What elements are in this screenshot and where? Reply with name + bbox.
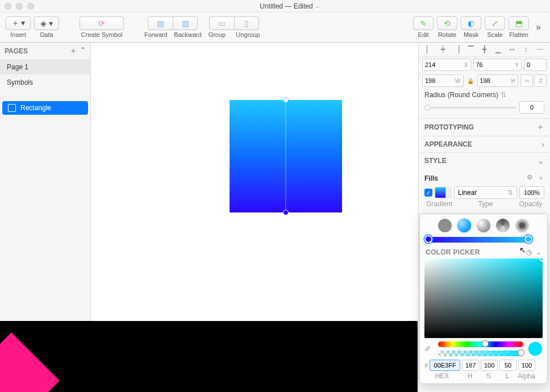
flip-vertical-icon[interactable]: ⇵ — [534, 74, 547, 87]
layer-rectangle-label: Rectangle — [20, 104, 51, 112]
rotate-button[interactable]: ⟲ — [437, 16, 457, 30]
gradient-start-handle[interactable] — [283, 97, 289, 103]
ungroup-label: Ungroup — [236, 31, 260, 38]
page-item-page1[interactable]: Page 1 — [0, 59, 90, 74]
group-label: Group — [209, 31, 226, 38]
ungroup-button[interactable]: ▯ — [234, 16, 259, 30]
radius-stepper-icon[interactable]: ⇅ — [501, 91, 506, 99]
color-preview — [528, 341, 543, 356]
hex-input[interactable] — [430, 360, 460, 371]
alpha-slider[interactable] — [438, 351, 523, 356]
layer-item-rectangle[interactable]: Rectangle — [2, 101, 88, 115]
add-fill-icon[interactable]: ＋ — [538, 173, 544, 183]
fill-type-angular-icon[interactable] — [496, 219, 510, 232]
style-section[interactable]: STYLE⌄ — [419, 152, 550, 169]
x-field[interactable]: X — [422, 59, 471, 71]
fill-type-select[interactable]: Linear⇅ — [454, 186, 517, 199]
prototyping-section[interactable]: PROTOTYPING＋ — [419, 118, 550, 136]
flip-horizontal-icon[interactable]: ⇋ — [520, 74, 533, 87]
page-item-symbols[interactable]: Symbols — [0, 74, 90, 90]
canvas-rectangle[interactable] — [230, 100, 342, 212]
lightness-input[interactable] — [499, 360, 516, 371]
edit-label: Edit — [418, 31, 429, 38]
insert-button[interactable]: ＋ ▾ — [6, 16, 31, 30]
hue-handle[interactable] — [482, 340, 489, 347]
appearance-section[interactable]: APPEARANCE› — [419, 136, 550, 152]
mask-label: Mask — [464, 31, 478, 38]
align-more-icon[interactable]: ⋯ — [535, 45, 544, 54]
fill-opacity-input[interactable] — [519, 186, 544, 199]
fill-type-value: Linear — [458, 189, 477, 197]
fills-settings-icon[interactable]: ⚙ — [527, 173, 533, 183]
title-bar: Untitled — Edited ⌄ — [0, 0, 550, 12]
create-symbol-button[interactable]: ⟳ — [80, 16, 124, 30]
fill-type-image-icon[interactable] — [515, 219, 529, 232]
window-title: Untitled — Edited ⌄ — [34, 2, 545, 10]
y-suffix: Y — [512, 62, 521, 68]
data-button[interactable]: ◈ ▾ — [34, 16, 59, 30]
h-input[interactable] — [478, 77, 509, 84]
flatten-label: Flatten — [509, 31, 528, 38]
x-input[interactable] — [423, 61, 462, 68]
scale-button[interactable]: ⤢ — [485, 16, 505, 30]
fill-type-linear-icon[interactable] — [457, 219, 471, 232]
align-distribute-v-icon[interactable]: ↕ — [521, 45, 530, 54]
radius-slider[interactable] — [424, 107, 516, 109]
align-left-icon[interactable]: ▏ — [424, 45, 434, 54]
radius-input[interactable] — [519, 101, 544, 114]
picker-chevron-icon[interactable]: ⌄ — [536, 248, 541, 256]
toolbar: ＋ ▾ Insert ◈ ▾ Data ⟳ Create Symbol ▤ ▥ … — [0, 12, 550, 43]
y-field[interactable]: Y — [473, 59, 522, 71]
gradient-bar[interactable] — [427, 237, 530, 243]
close-window-icon[interactable] — [5, 3, 11, 10]
lock-aspect-icon[interactable]: 🔒 — [466, 78, 475, 84]
align-distribute-h-icon[interactable]: ⇿ — [507, 45, 516, 54]
w-field[interactable]: W — [422, 74, 464, 87]
collapse-pages-icon[interactable]: ⌃ — [80, 46, 86, 56]
rotation-input[interactable] — [524, 61, 546, 68]
eyedropper-icon[interactable]: ✐ — [424, 344, 434, 353]
a-col-label: Alpha — [518, 372, 535, 380]
edit-button[interactable]: ✎ — [413, 16, 434, 30]
hue-input[interactable] — [462, 360, 479, 371]
align-center-h-icon[interactable]: ┿ — [438, 45, 447, 54]
add-page-icon[interactable]: ＋ — [70, 46, 77, 56]
mask-button[interactable]: ◐ — [461, 16, 481, 30]
align-top-icon[interactable]: ▔ — [466, 45, 475, 54]
align-bottom-icon[interactable]: ▁ — [494, 45, 503, 54]
group-button[interactable]: ▭ — [209, 16, 234, 30]
align-right-icon[interactable]: ▕ — [452, 45, 461, 54]
align-center-v-icon[interactable]: ╋ — [480, 45, 489, 54]
gradient-stop-start[interactable] — [424, 235, 432, 243]
pages-label: PAGES — [5, 47, 28, 55]
saturation-value-box[interactable] — [424, 258, 543, 338]
y-input[interactable] — [474, 61, 513, 68]
color-picker-label: COLOR PICKER — [426, 248, 480, 256]
minimize-window-icon[interactable] — [16, 3, 23, 10]
forward-button[interactable]: ▤ — [148, 16, 173, 30]
recent-colors-icon[interactable]: ◷ — [526, 248, 532, 256]
backward-button[interactable]: ▥ — [173, 16, 198, 30]
w-input[interactable] — [423, 77, 453, 84]
appearance-label: APPEARANCE — [424, 140, 472, 148]
hue-slider[interactable] — [438, 341, 523, 347]
fill-type-solid-icon[interactable] — [438, 219, 452, 232]
saturation-input[interactable] — [481, 360, 498, 371]
gradient-end-handle[interactable] — [283, 210, 289, 215]
radius-slider-knob[interactable] — [424, 105, 431, 111]
title-chevron-icon[interactable]: ⌄ — [315, 3, 320, 9]
alpha-handle[interactable] — [518, 349, 524, 356]
forward-label: Forward — [144, 31, 167, 38]
alpha-input[interactable] — [518, 360, 535, 371]
align-row: ▏ ┿ ▕ ▔ ╋ ▁ ⇿ ↕ ⋯ — [419, 43, 550, 57]
h-field[interactable]: H — [477, 74, 519, 87]
fill-swatch[interactable] — [435, 187, 452, 198]
fill-enabled-checkbox[interactable]: ✓ — [424, 189, 432, 197]
external-background — [0, 321, 418, 392]
rotation-field[interactable] — [524, 59, 547, 71]
zoom-window-icon[interactable] — [27, 3, 34, 10]
gradient-stop-end[interactable] — [524, 235, 532, 243]
flatten-button[interactable]: ⬒ — [509, 16, 529, 30]
toolbar-overflow-icon[interactable]: » — [532, 22, 544, 32]
fill-type-radial-icon[interactable] — [477, 219, 490, 232]
